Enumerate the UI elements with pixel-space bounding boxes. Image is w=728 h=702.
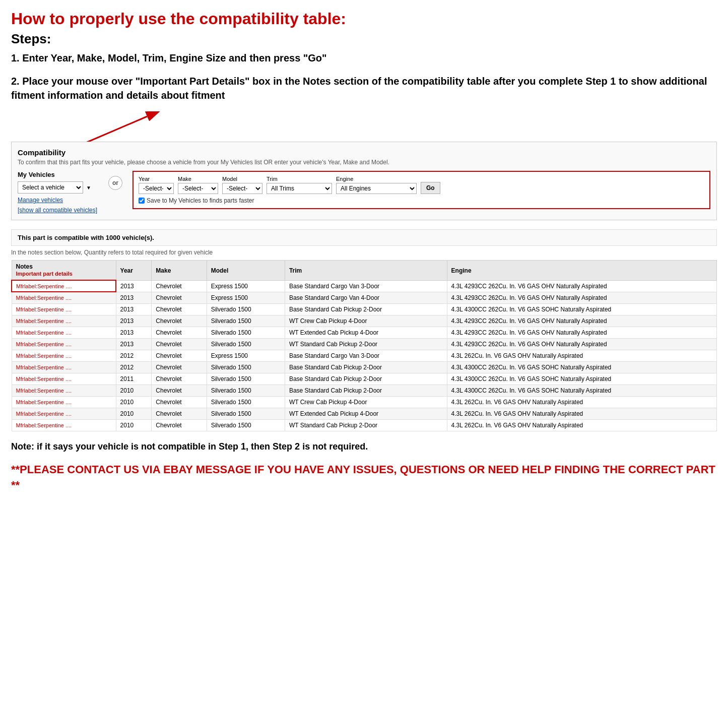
save-checkbox[interactable] <box>139 198 145 204</box>
ymte-section: Year -Select- Make -Select- Model -Selec… <box>133 171 710 209</box>
steps-label: Steps: <box>11 31 717 47</box>
compat-note: In the notes section below, Quantity ref… <box>11 249 717 256</box>
engine-cell: 4.3L 4293CC 262Cu. In. V6 GAS OHV Natura… <box>447 327 716 338</box>
engine-cell: 4.3L 4300CC 262Cu. In. V6 GAS SOHC Natur… <box>447 385 716 396</box>
table-row: Mfrlabel:Serpentine ....2013ChevroletSil… <box>12 315 717 327</box>
engine-cell: 4.3L 4293CC 262Cu. In. V6 GAS OHV Natura… <box>447 292 716 303</box>
year-select[interactable]: -Select- <box>139 183 174 194</box>
make-cell: Chevrolet <box>152 373 207 385</box>
year-label: Year <box>139 176 174 182</box>
engine-select[interactable]: All Engines <box>336 183 417 194</box>
make-label: Make <box>178 176 218 182</box>
trim-cell: WT Standard Cab Pickup 2-Door <box>285 338 447 350</box>
year-cell: 2010 <box>116 408 152 419</box>
engine-cell: 4.3L 4293CC 262Cu. In. V6 GAS OHV Natura… <box>447 338 716 350</box>
notes-cell: Mfrlabel:Serpentine .... <box>12 408 116 419</box>
year-cell: 2013 <box>116 315 152 327</box>
year-cell: 2013 <box>116 338 152 350</box>
table-row: Mfrlabel:Serpentine ....2012ChevroletExp… <box>12 350 717 361</box>
table-row: Mfrlabel:Serpentine ....2013ChevroletExp… <box>12 280 717 292</box>
model-cell: Express 1500 <box>207 292 285 303</box>
step-1-text: 1. Enter Year, Make, Model, Trim, Engine… <box>11 51 717 65</box>
trim-cell: Base Standard Cargo Van 4-Door <box>285 292 447 303</box>
trim-select[interactable]: All Trims <box>267 183 332 194</box>
important-part-label: Important part details <box>16 271 73 277</box>
make-cell: Chevrolet <box>152 292 207 303</box>
year-cell: 2012 <box>116 350 152 361</box>
notes-cell: Mfrlabel:Serpentine .... <box>12 350 116 361</box>
engine-cell: 4.3L 262Cu. In. V6 GAS OHV Naturally Asp… <box>447 350 716 361</box>
model-cell: Express 1500 <box>207 280 285 292</box>
notes-cell: Mfrlabel:Serpentine .... <box>12 292 116 303</box>
trim-cell: Base Standard Cab Pickup 2-Door <box>285 361 447 373</box>
notes-cell: Mfrlabel:Serpentine .... <box>12 361 116 373</box>
trim-cell: WT Extended Cab Pickup 4-Door <box>285 327 447 338</box>
manage-vehicles-link[interactable]: Manage vehicles <box>18 197 98 204</box>
trim-cell: WT Crew Cab Pickup 4-Door <box>285 315 447 327</box>
trim-cell: WT Standard Cab Pickup 2-Door <box>285 419 447 431</box>
table-row: Mfrlabel:Serpentine ....2012ChevroletSil… <box>12 361 717 373</box>
engine-cell: 4.3L 262Cu. In. V6 GAS OHV Naturally Asp… <box>447 396 716 408</box>
main-title: How to properly use the compatibility ta… <box>11 9 717 28</box>
my-vehicles-section: My Vehicles Select a vehicle ▼ Manage ve… <box>18 171 98 214</box>
table-row: Mfrlabel:Serpentine ....2013ChevroletExp… <box>12 292 717 303</box>
notes-cell: Mfrlabel:Serpentine .... <box>12 373 116 385</box>
make-cell: Chevrolet <box>152 419 207 431</box>
table-row: Mfrlabel:Serpentine ....2013ChevroletSil… <box>12 338 717 350</box>
make-cell: Chevrolet <box>152 361 207 373</box>
notes-cell: Mfrlabel:Serpentine .... <box>12 280 116 292</box>
notes-cell: Mfrlabel:Serpentine .... <box>12 327 116 338</box>
col-header-model: Model <box>207 261 285 281</box>
make-cell: Chevrolet <box>152 303 207 315</box>
year-cell: 2013 <box>116 292 152 303</box>
show-compatible-link[interactable]: [show all compatible vehicles] <box>18 207 98 214</box>
col-header-engine: Engine <box>447 261 716 281</box>
engine-cell: 4.3L 4293CC 262Cu. In. V6 GAS OHV Natura… <box>447 315 716 327</box>
trim-cell: Base Standard Cargo Van 3-Door <box>285 280 447 292</box>
notes-cell: Mfrlabel:Serpentine .... <box>12 303 116 315</box>
make-cell: Chevrolet <box>152 350 207 361</box>
engine-cell: 4.3L 4300CC 262Cu. In. V6 GAS SOHC Natur… <box>447 373 716 385</box>
year-cell: 2013 <box>116 303 152 315</box>
notes-cell: Mfrlabel:Serpentine .... <box>12 419 116 431</box>
make-cell: Chevrolet <box>152 315 207 327</box>
make-cell: Chevrolet <box>152 327 207 338</box>
go-button[interactable]: Go <box>421 182 440 194</box>
note-text: Note: if it says your vehicle is not com… <box>11 440 717 453</box>
model-cell: Silverado 1500 <box>207 303 285 315</box>
make-cell: Chevrolet <box>152 396 207 408</box>
model-cell: Silverado 1500 <box>207 315 285 327</box>
model-label: Model <box>222 176 262 182</box>
engine-cell: 4.3L 262Cu. In. V6 GAS OHV Naturally Asp… <box>447 408 716 419</box>
compat-count: This part is compatible with 1000 vehicl… <box>11 229 717 246</box>
model-select[interactable]: -Select- <box>222 183 262 194</box>
vehicle-select[interactable]: Select a vehicle <box>18 181 83 194</box>
trim-label: Trim <box>267 176 332 182</box>
trim-cell: WT Crew Cab Pickup 4-Door <box>285 396 447 408</box>
notes-cell: Mfrlabel:Serpentine .... <box>12 396 116 408</box>
notes-cell: Mfrlabel:Serpentine .... <box>12 338 116 350</box>
save-label: Save to My Vehicles to finds parts faste… <box>147 197 254 204</box>
trim-cell: Base Standard Cab Pickup 2-Door <box>285 385 447 396</box>
make-cell: Chevrolet <box>152 338 207 350</box>
trim-cell: Base Standard Cab Pickup 2-Door <box>285 303 447 315</box>
model-cell: Silverado 1500 <box>207 385 285 396</box>
col-header-notes: Notes Important part details <box>12 261 116 281</box>
my-vehicles-label: My Vehicles <box>18 171 98 178</box>
engine-cell: 4.3L 4300CC 262Cu. In. V6 GAS SOHC Natur… <box>447 303 716 315</box>
model-cell: Silverado 1500 <box>207 373 285 385</box>
table-row: Mfrlabel:Serpentine ....2010ChevroletSil… <box>12 419 717 431</box>
engine-cell: 4.3L 262Cu. In. V6 GAS OHV Naturally Asp… <box>447 419 716 431</box>
col-header-make: Make <box>152 261 207 281</box>
table-row: Mfrlabel:Serpentine ....2010ChevroletSil… <box>12 385 717 396</box>
model-cell: Silverado 1500 <box>207 327 285 338</box>
engine-cell: 4.3L 4293CC 262Cu. In. V6 GAS OHV Natura… <box>447 280 716 292</box>
model-cell: Express 1500 <box>207 350 285 361</box>
year-cell: 2010 <box>116 419 152 431</box>
compatibility-section: Compatibility To confirm that this part … <box>11 142 717 220</box>
col-header-trim: Trim <box>285 261 447 281</box>
make-select[interactable]: -Select- <box>178 183 218 194</box>
make-cell: Chevrolet <box>152 280 207 292</box>
make-cell: Chevrolet <box>152 408 207 419</box>
year-cell: 2013 <box>116 280 152 292</box>
